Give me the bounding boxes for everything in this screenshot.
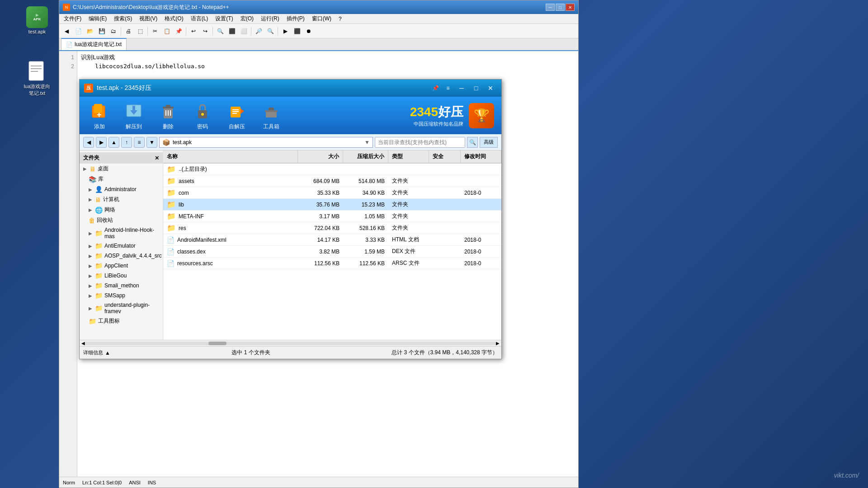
sidebar-item-smsapp[interactable]: ▶ 📁 SMSapp — [80, 291, 163, 300]
toolbar-copy-btn[interactable]: 📋 — [161, 26, 172, 37]
zip-tool-add[interactable]: + 添加 — [87, 100, 112, 131]
menu-run[interactable]: 运行(R) — [258, 14, 282, 23]
toolbar-goto-btn[interactable]: ⬜ — [238, 26, 249, 37]
addr-search-input[interactable] — [375, 137, 465, 148]
sidebar-item-admin[interactable]: ▶ 👤 Administrator — [80, 184, 163, 194]
addr-dropdown-icon[interactable]: ▼ — [364, 139, 370, 145]
menu-search[interactable]: 搜索(S) — [111, 14, 135, 23]
toolbar-open-btn[interactable]: 📂 — [85, 26, 95, 37]
sidebar-item-anti-emulator[interactable]: ▶ 📁 AntiEmulator — [80, 241, 163, 251]
file-security-up — [429, 168, 461, 171]
sidebar-item-understand[interactable]: ▶ 📁 understand-plugin-framev — [80, 300, 163, 316]
zip-scrollbar[interactable]: ◀ ▶ — [80, 340, 501, 346]
toolbar-cut-btn[interactable]: ✂ — [150, 26, 160, 37]
toolbar-zoom-out-btn[interactable]: 🔍 — [265, 26, 276, 37]
sidebar-item-network[interactable]: ▶ 🌐 网络 — [80, 205, 163, 215]
toolbar-redo-btn[interactable]: ↪ — [200, 26, 211, 37]
toolbar-stop-btn[interactable]: ⬛ — [292, 26, 302, 37]
addr-up-btn[interactable]: ▲ — [108, 137, 119, 148]
sidebar-item-computer[interactable]: ▶ 🖥 计算机 — [80, 194, 163, 205]
sidebar-item-library[interactable]: 📚 库 — [80, 174, 163, 184]
table-row[interactable]: 📁 META-INF 3.17 MB 1.05 MB 文件夹 — [163, 211, 501, 222]
menu-format[interactable]: 格式(O) — [162, 14, 186, 23]
scroll-left-btn[interactable]: ◀ — [81, 341, 85, 346]
col-size[interactable]: 大小 — [298, 150, 343, 163]
addr-view-btn[interactable]: ▼ — [146, 137, 157, 148]
zip-maximize-btn[interactable]: □ — [470, 83, 482, 93]
col-name[interactable]: 名称 — [163, 150, 298, 163]
menu-macro[interactable]: 宏(O) — [238, 14, 256, 23]
toolbar-replace-btn[interactable]: ⬛ — [226, 26, 237, 37]
toolbar-rec-btn[interactable]: ⏺ — [303, 26, 314, 37]
scrollbar-thumb[interactable] — [208, 342, 226, 345]
menu-view[interactable]: 视图(V) — [137, 14, 160, 23]
sidebar-item-android-hook[interactable]: ▶ 📁 Android-Inline-Hook-mas — [80, 225, 163, 241]
toolbar-zoom-in-btn[interactable]: 🔎 — [253, 26, 264, 37]
toolbar-find-btn[interactable]: 🔍 — [215, 26, 226, 37]
lua-notes-icon-label: lua游戏逆向笔记.txt — [24, 83, 51, 97]
notepad-minimize-btn[interactable]: ─ — [546, 4, 555, 11]
notepad-close-btn[interactable]: ✕ — [566, 4, 575, 11]
scrollbar-track[interactable] — [85, 342, 496, 345]
table-row[interactable]: 📁 assets 684.09 MB 514.80 MB 文件夹 — [163, 175, 501, 187]
sidebar-close-icon[interactable]: ✕ — [155, 155, 159, 161]
zip-tool-extract[interactable]: 解压到 — [121, 100, 146, 131]
zip-pin-btn[interactable]: 📌 — [430, 83, 441, 93]
col-security[interactable]: 安全 — [429, 150, 461, 163]
zip-minimize-btn[interactable]: ─ — [455, 83, 468, 93]
notepad-tab-main[interactable]: 📄 lua游戏逆向笔记.txt — [61, 38, 127, 50]
toolbar-save-btn[interactable]: 💾 — [96, 26, 107, 37]
toolbar-paste-btn[interactable]: 📌 — [173, 26, 184, 37]
toolbar-print-btn[interactable]: 🖨 — [123, 26, 134, 37]
table-row[interactable]: 📁 com 35.33 KB 34.90 KB 文件夹 2018-0 — [163, 187, 501, 199]
addr-forward-btn[interactable]: ▶ — [96, 137, 107, 148]
notepad-maximize-btn[interactable]: □ — [556, 4, 565, 11]
desktop-icon-lua-notes[interactable]: lua游戏逆向笔记.txt — [19, 59, 55, 99]
file-modified-manifest: 2018-0 — [461, 235, 501, 244]
addr-list-btn[interactable]: ≡ — [134, 137, 145, 148]
toolbar-print2-btn[interactable]: ⬚ — [135, 26, 146, 37]
toolbar-run-btn[interactable]: ▶ — [280, 26, 291, 37]
addr-advanced-btn[interactable]: 高级 — [480, 137, 498, 148]
menu-file[interactable]: 文件(F) — [61, 14, 84, 23]
menu-window[interactable]: 窗口(W) — [309, 14, 334, 23]
menu-plugins[interactable]: 插件(P) — [284, 14, 307, 23]
toolbar-back-btn[interactable]: ◀ — [61, 26, 72, 37]
menu-language[interactable]: 语言(L) — [188, 14, 211, 23]
col-compressed[interactable]: 压缩后大小 — [343, 150, 388, 163]
desktop-icon-apk[interactable]: ▶ APK test.apk — [19, 5, 55, 36]
col-modified[interactable]: 修改时间 — [461, 150, 501, 163]
menu-edit[interactable]: 编辑(E) — [86, 14, 109, 23]
sidebar-item-recycle[interactable]: 🗑 回收站 — [80, 215, 163, 225]
zip-status-details-btn[interactable]: ▲ — [105, 350, 110, 356]
addr-back-btn[interactable]: ◀ — [83, 137, 94, 148]
zip-tool-delete[interactable]: 删除 — [156, 100, 181, 131]
zip-tool-selfextract[interactable]: 自解压 — [224, 100, 250, 131]
toolbar-undo-btn[interactable]: ↩ — [188, 26, 199, 37]
table-row[interactable]: 📄 classes.dex 3.82 MB 1.59 MB DEX 文件 201… — [163, 246, 501, 258]
menu-help[interactable]: ? — [336, 15, 344, 23]
table-row[interactable]: 📁 ..(上层目录) — [163, 164, 501, 175]
addr-search-btn[interactable]: 🔍 — [467, 137, 478, 148]
zip-tool-toolbox[interactable]: 工具箱 — [259, 100, 284, 131]
zip-tool-encrypt[interactable]: 密码 — [190, 100, 215, 131]
sidebar-item-desktop[interactable]: ▶ 🖥 桌面 — [80, 164, 163, 174]
table-row[interactable]: 📁 res 722.04 KB 528.16 KB 文件夹 — [163, 222, 501, 234]
table-row[interactable]: 📁 lib 35.76 MB 15.23 MB 文件夹 — [163, 199, 501, 211]
col-type[interactable]: 类型 — [388, 150, 429, 163]
toolbar-new-btn[interactable]: 📄 — [73, 26, 84, 37]
zip-close-btn[interactable]: ✕ — [484, 83, 497, 93]
sidebar-item-aosp[interactable]: ▶ 📁 AOSP_dalvik_4.4.4_src — [80, 251, 163, 261]
zip-menu-btn[interactable]: ≡ — [443, 83, 453, 93]
table-row[interactable]: 📄 resources.arsc 112.56 KB 112.56 KB ARS… — [163, 258, 501, 269]
sidebar-item-libiegou[interactable]: ▶ 📁 LiBieGou — [80, 271, 163, 281]
menu-settings[interactable]: 设置(T) — [212, 14, 236, 23]
sidebar-item-appclient[interactable]: ▶ 📁 AppClient — [80, 261, 163, 271]
sidebar-item-smali[interactable]: ▶ 📁 Smali_methon — [80, 281, 163, 291]
svg-text:+: + — [97, 110, 102, 119]
addr-share-btn[interactable]: ↑ — [121, 137, 132, 148]
scroll-right-btn[interactable]: ▶ — [496, 341, 500, 346]
table-row[interactable]: 📄 AndroidManifest.xml 14.17 KB 3.33 KB H… — [163, 234, 501, 246]
sidebar-item-tools[interactable]: 📁 工具图标 — [80, 316, 163, 326]
toolbar-save-all-btn[interactable]: 🗂 — [108, 26, 119, 37]
